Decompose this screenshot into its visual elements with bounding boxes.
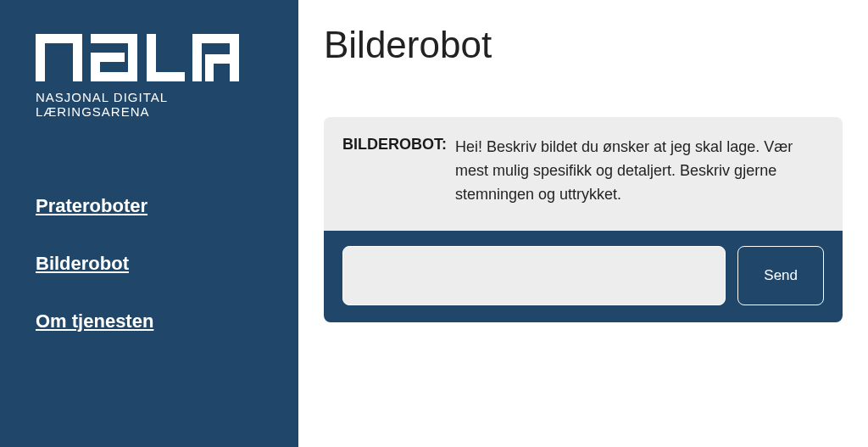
sidebar: NASJONAL DIGITAL LÆRINGSARENA Praterobot… (0, 0, 298, 447)
svg-rect-6 (91, 72, 137, 81)
sidebar-item-om-tjenesten[interactable]: Om tjenesten (36, 310, 263, 332)
sidebar-nav: Prateroboter Bilderobot Om tjenesten (36, 195, 263, 332)
send-button[interactable]: Send (737, 246, 824, 305)
svg-rect-2 (73, 34, 82, 81)
svg-rect-11 (192, 34, 202, 81)
message-text: Hei! Beskriv bildet du ønsker at jeg ska… (455, 136, 819, 207)
chat-panel: BILDEROBOT: Hei! Beskriv bildet du ønske… (324, 117, 843, 322)
page-title: Bilderobot (324, 24, 843, 66)
svg-rect-1 (36, 34, 45, 81)
logo: NASJONAL DIGITAL LÆRINGSARENA (36, 34, 263, 119)
chat-input[interactable] (342, 246, 726, 305)
logo-subtitle: NASJONAL DIGITAL LÆRINGSARENA (36, 90, 263, 119)
svg-rect-9 (147, 72, 185, 81)
chat-input-row: Send (324, 231, 843, 322)
svg-rect-14 (205, 54, 214, 81)
sidebar-item-bilderobot[interactable]: Bilderobot (36, 253, 263, 275)
svg-rect-7 (91, 53, 125, 62)
logo-wordmark (36, 34, 239, 81)
message-sender-label: BILDEROBOT: (342, 136, 447, 207)
chat-message: BILDEROBOT: Hei! Beskriv bildet du ønske… (324, 117, 843, 231)
sidebar-item-prateroboter[interactable]: Prateroboter (36, 195, 263, 217)
main-content: Bilderobot BILDEROBOT: Hei! Beskriv bild… (298, 0, 868, 447)
